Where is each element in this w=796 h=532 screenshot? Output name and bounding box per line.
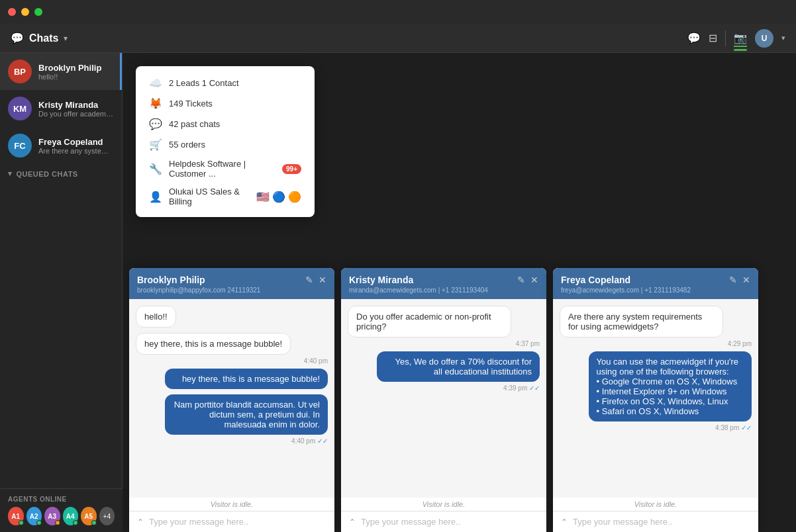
avatar-initials: KM [13,104,26,114]
sidebar-item-brooklyn-philip[interactable]: BP Brooklyn Philip hello!! [0,53,122,90]
agents-online-section: AGENTS ONLINE A1 A2 A3 A4 [0,488,123,532]
flag-icon-3: 🟠 [288,191,301,203]
agent-avatar-2[interactable]: A2 [26,507,42,525]
sidebar-item-kristy-miranda[interactable]: KM Kristy Miranda Do you offer academic … [0,90,122,127]
fullscreen-button[interactable] [34,8,42,16]
avatar-initials: FC [14,141,25,151]
contact-name: Brooklyn Philip [38,63,114,73]
edit-icon[interactable]: ✎ [517,275,525,285]
sidebar-item-text: Freya Copeland Are there any system requ… [38,137,114,155]
chat-bubble-icon: 💬 [149,118,162,130]
chat-footer-freya[interactable]: ⌃ Type your message here.. [553,511,758,532]
message-bubble: Do you offer academic or non-profit pric… [348,306,511,337]
agent-avatar-1[interactable]: A1 [8,507,24,525]
chat-contact-name: Kristy Miranda [349,275,413,285]
chat-window-freya: Freya Copeland ✎ ✕ freya@acmewidegets.co… [553,268,758,532]
close-icon[interactable]: ✕ [319,275,326,285]
header-right: 💬 ⊟ 📷 U ▾ [687,29,785,48]
orders-text: 55 orders [169,140,205,150]
sidebar-item-text: Kristy Miranda Do you offer academic or … [38,100,114,118]
close-button[interactable] [8,8,16,16]
chat-header-top: Kristy Miranda ✎ ✕ [349,275,538,285]
chevron-up-icon[interactable]: ⌃ [561,517,568,527]
camera-icon[interactable]: 📷 [734,32,747,44]
message-bubble: Are there any system requirements for us… [560,306,723,337]
compose-icon[interactable]: ⊟ [709,32,717,44]
close-icon[interactable]: ✕ [530,275,538,285]
agent-avatar-3[interactable]: A3 [44,507,60,525]
chat-icon: 💬 [11,32,24,44]
message-time-2: 4:40 pm ✓✓ [136,437,328,445]
info-row-helpdesk: 🔧 Helpdesk Software | Customer ... 99+ [149,159,301,179]
chat-actions: ✎ ✕ [305,275,326,285]
agents-list: A1 A2 A3 A4 A5 + [8,507,115,525]
chat-window-kristy: Kristy Miranda ✎ ✕ miranda@acmewidegets.… [341,268,546,532]
info-row-leads: ☁️ 2 Leads 1 Contact [149,77,301,89]
chat-windows-container: Brooklyn Philip ✎ ✕ brooklynphilip@happy… [123,268,796,532]
chat-header-brooklyn: Brooklyn Philip ✎ ✕ brooklynphilip@happy… [129,268,334,299]
message-agent: hey there, this is a message bubble! [136,369,328,389]
helpdesk-text: Helpdesk Software | Customer ... [169,159,275,179]
flag-icon-2: 🔵 [272,191,285,203]
message-preview: hello!! [38,73,114,81]
user-avatar[interactable]: U [755,29,773,48]
chat-input-placeholder[interactable]: Type your message here.. [573,517,672,527]
message-preview: Are there any system require... [38,147,114,155]
info-row-past-chats: 💬 42 past chats [149,118,301,130]
avatar: KM [8,97,32,120]
chat-body-brooklyn: hello!! hey there, this is a message bub… [129,299,334,498]
chat-contact-email: brooklynphilip@happyfox.com 241119321 [137,287,326,294]
chat-footer-brooklyn[interactable]: ⌃ Type your message here.. [129,511,334,532]
search-icon[interactable]: 💬 [687,32,701,44]
chat-footer-kristy[interactable]: ⌃ Type your message here.. [341,511,546,532]
info-row-tickets: 🦊 149 Tickets [149,97,301,110]
queued-label: QUEUED CHATS [17,170,78,178]
user-menu-chevron[interactable]: ▾ [781,34,785,42]
helpdesk-badge: 99+ [282,164,301,174]
page-title: Chats [29,32,58,44]
message-visitor: Are there any system requirements for us… [560,306,752,343]
chat-input-placeholder[interactable]: Type your message here.. [149,517,248,527]
contact-name: Kristy Miranda [38,100,114,110]
message-time-2: 4:38 pm ✓✓ [560,424,752,431]
minimize-button[interactable] [21,8,29,16]
message-bubble: hey there, this is a message bubble! [165,369,328,389]
cart-icon: 🛒 [149,138,162,151]
edit-icon[interactable]: ✎ [729,275,737,285]
chat-input-area[interactable]: ⌃ Type your message here.. [137,517,326,527]
divider [725,30,726,46]
leads-text: 2 Leads 1 Contact [169,78,239,88]
sidebar-item-freya-copeland[interactable]: FC Freya Copeland Are there any system r… [0,127,122,164]
chat-actions: ✎ ✕ [729,275,750,285]
chevron-up-icon[interactable]: ⌃ [349,517,356,527]
message-visitor: Do you offer academic or non-profit pric… [348,306,540,343]
chevron-down-icon[interactable]: ▾ [64,34,68,43]
agent-avatar-5[interactable]: A5 [81,507,97,525]
agent-avatar-4[interactable]: A4 [63,507,79,525]
info-row-orders: 🛒 55 orders [149,138,301,151]
past-chats-text: 42 past chats [169,119,220,129]
app-header: 💬 Chats ▾ 💬 ⊟ 📷 U ▾ [0,24,796,53]
chat-input-placeholder[interactable]: Type your message here.. [361,517,460,527]
close-icon[interactable]: ✕ [742,275,750,285]
cloud-icon: ☁️ [149,77,162,89]
message-agent-long: Nam porttitor blandit accumsan. Ut vel d… [136,394,328,435]
visitor-idle-status: Visitor is idle. [341,498,546,511]
queued-chats-section[interactable]: ▾ QUEUED CHATS [0,164,122,183]
user-icon: 👤 [149,191,162,203]
chat-input-area[interactable]: ⌃ Type your message here.. [349,517,538,527]
message-bubble: hello!! [136,306,176,328]
message-time-2: 4:39 pm ✓✓ [348,384,540,392]
message-bubble: Nam porttitor blandit accumsan. Ut vel d… [165,394,328,435]
chat-body-kristy: Do you offer academic or non-profit pric… [341,299,546,498]
more-agents-button[interactable]: +4 [99,507,115,525]
chat-contact-name: Brooklyn Philip [137,275,205,285]
visitor-idle-status: Visitor is idle. [129,498,334,511]
edit-icon[interactable]: ✎ [305,275,313,285]
chevron-up-icon[interactable]: ⌃ [137,517,144,527]
chat-contact-name: Freya Copeland [561,275,630,285]
message-bubble: hey there, this is a message bubble! [136,333,291,355]
chevron-down-icon: ▾ [8,169,13,178]
chat-input-area[interactable]: ⌃ Type your message here.. [561,517,750,527]
header-left: 💬 Chats ▾ [11,32,68,44]
